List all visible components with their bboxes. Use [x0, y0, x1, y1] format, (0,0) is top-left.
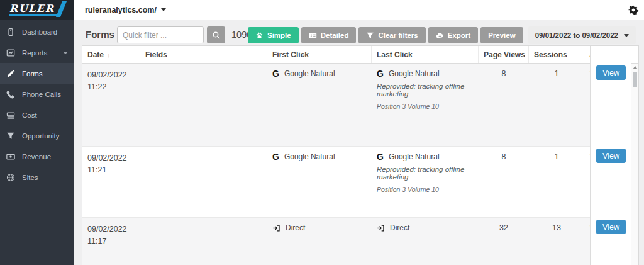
page-title: Forms — [86, 29, 114, 40]
google-icon: G — [272, 152, 279, 161]
detailed-button[interactable]: Detailed — [301, 27, 357, 43]
sidebar-item-label: Phone Calls — [22, 91, 61, 98]
column-header-label: First Click — [272, 50, 309, 59]
direct-icon — [377, 224, 385, 232]
date-value: 09/02/2022 — [87, 223, 140, 235]
cell-date: 09/02/2022 11:17 — [82, 218, 140, 265]
sites-icon — [6, 173, 15, 182]
time-value: 11:22 — [87, 81, 140, 93]
column-header-date[interactable]: Date↓ — [82, 46, 140, 63]
cell-fields — [140, 64, 267, 146]
app-window: RULER ruleranalytics.com/ Dashboard Repo… — [0, 0, 644, 265]
sidebar-item-label: Reports — [22, 49, 47, 57]
time-value: 11:17 — [87, 235, 140, 247]
search-button[interactable] — [207, 26, 225, 43]
cell-first-click: GGoogle Natural — [267, 147, 372, 217]
chevron-down-icon — [624, 34, 629, 37]
sidebar-item-opportunity[interactable]: Opportunity — [0, 125, 74, 146]
cloud-download-icon — [436, 31, 444, 40]
detailed-label: Detailed — [321, 31, 349, 39]
simple-label: Simple — [267, 31, 291, 39]
view-button[interactable]: View — [596, 65, 626, 80]
column-header-label: Date — [87, 50, 104, 59]
domain-selector[interactable]: ruleranalytics.com/ — [85, 6, 166, 14]
forms-table: Date↓ Fields First Click Last Click Page… — [82, 45, 639, 265]
sidebar-item-phone-calls[interactable]: Phone Calls — [0, 84, 74, 104]
logo-text: RULER — [9, 3, 55, 14]
gear-icon[interactable] — [628, 4, 639, 16]
table-row: 09/02/2022 11:21 GGoogle Natural GGoogle… — [82, 147, 638, 218]
google-icon: G — [377, 69, 384, 78]
date-value: 09/02/2022 — [87, 69, 140, 81]
action-column: View View View — [590, 46, 631, 265]
logo-underline — [9, 14, 58, 16]
cell-date: 09/02/2022 11:22 — [82, 64, 140, 146]
google-icon: G — [377, 152, 384, 161]
logo-slash — [56, 1, 67, 17]
view-button[interactable]: View — [596, 220, 626, 234]
sort-desc-icon: ↓ — [107, 51, 111, 59]
date-range-label: 09/01/2022 to 09/02/2022 — [535, 31, 618, 39]
cell-fields — [140, 218, 267, 265]
cell-last-click: GGoogle Natural Reprovided: tracking off… — [372, 147, 479, 217]
clear-filters-button[interactable]: Clear filters — [358, 27, 425, 43]
opportunity-icon — [6, 132, 15, 140]
table-row: 09/02/2022 11:22 GGoogle Natural GGoogle… — [82, 64, 638, 147]
sidebar-item-sites[interactable]: Sites — [0, 167, 74, 188]
cell-first-click: GGoogle Natural — [267, 64, 372, 146]
column-header-sessions[interactable]: Sessions — [529, 46, 584, 63]
direct-icon — [272, 224, 280, 232]
domain-label: ruleranalytics.com/ — [85, 6, 157, 14]
ruler-logo: RULER — [0, 0, 74, 20]
cell-sessions: 1 — [529, 64, 584, 146]
id-card-icon — [309, 31, 317, 40]
sidebar-item-dashboard[interactable]: Dashboard — [0, 21, 74, 42]
column-header-fields[interactable]: Fields — [140, 46, 267, 63]
sidebar-item-revenue[interactable]: Revenue — [0, 146, 74, 167]
last-click-note2: Position 3 Volume 10 — [377, 103, 479, 110]
date-range-selector[interactable]: 09/01/2022 to 09/02/2022 — [528, 26, 636, 44]
export-label: Export — [448, 31, 470, 39]
sidebar-item-reports[interactable]: Reports — [0, 42, 74, 63]
column-header-first-click[interactable]: First Click — [267, 46, 372, 63]
google-icon: G — [272, 69, 279, 78]
table-header-row: Date↓ Fields First Click Last Click Page… — [82, 46, 638, 64]
sidebar-item-forms[interactable]: Forms — [0, 63, 74, 84]
scrollbar-thumb[interactable] — [633, 72, 637, 87]
sidebar-item-cost[interactable]: Cost — [0, 104, 74, 125]
filter-icon — [366, 31, 374, 40]
cell-sessions: 13 — [529, 218, 584, 265]
cell-first-click: Direct — [267, 218, 372, 265]
view-button[interactable]: View — [596, 149, 626, 163]
last-click-note: Reprovided: tracking offline marketing — [377, 166, 479, 181]
last-click-note2: Position 3 Volume 10 — [377, 186, 479, 193]
sidebar-item-label: Sites — [22, 174, 38, 181]
toolbar-buttons: Simple Detailed Clear filters Export Pre… — [248, 26, 636, 44]
sidebar-item-label: Cost — [22, 111, 37, 119]
cell-page-views: 8 — [479, 64, 529, 146]
paw-icon — [255, 31, 264, 40]
preview-button[interactable]: Preview — [480, 27, 523, 43]
vertical-scrollbar[interactable] — [631, 64, 638, 265]
simple-button[interactable]: Simple — [248, 27, 299, 43]
preview-label: Preview — [488, 31, 515, 39]
clear-filters-label: Clear filters — [378, 31, 418, 39]
column-header-page-views[interactable]: Page Views — [479, 46, 529, 63]
reports-icon — [6, 48, 15, 57]
date-value: 09/02/2022 — [87, 152, 140, 164]
cell-last-click: GGoogle Natural Reprovided: tracking off… — [372, 64, 479, 146]
time-value: 11:21 — [87, 164, 140, 176]
chevron-down-icon — [63, 52, 68, 54]
sidebar-item-label: Dashboard — [22, 28, 57, 36]
first-click-value: Direct — [286, 223, 305, 232]
quick-filter-input[interactable] — [117, 26, 204, 43]
last-click-note: Reprovided: tracking offline marketing — [377, 82, 479, 98]
column-header-last-click[interactable]: Last Click — [372, 46, 479, 63]
cell-fields — [140, 147, 267, 217]
column-header-label: Sessions — [534, 50, 567, 59]
cell-page-views: 32 — [479, 218, 529, 265]
export-button[interactable]: Export — [428, 27, 478, 43]
scroll-up-arrow[interactable] — [633, 66, 638, 69]
phone-icon — [6, 90, 15, 99]
first-click-value: Google Natural — [284, 69, 335, 78]
